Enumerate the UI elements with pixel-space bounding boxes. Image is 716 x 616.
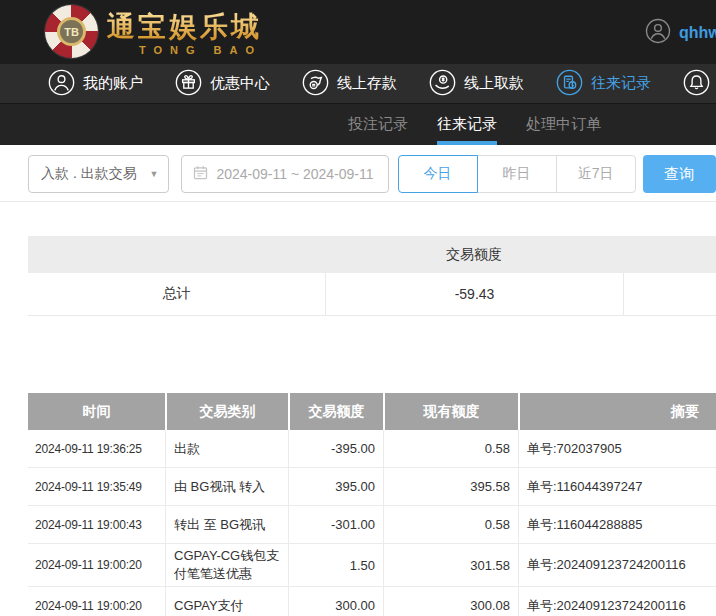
- transaction-type-select[interactable]: 入款 . 出款交易 ▼: [28, 155, 169, 193]
- transactions-page: TB 通宝娱乐城 TONG BAO qhhw: [0, 0, 716, 616]
- nav-item-my-account[interactable]: 我的账户: [48, 69, 143, 99]
- summary-header-row: 交易额度: [28, 236, 716, 273]
- col-header-type: 交易类别: [167, 393, 288, 430]
- cell-summary: 单号:116044288885: [518, 506, 716, 543]
- table-row: 2024-09-11 19:00:20 CGPAY-CG钱包支付笔笔送优惠 1.…: [28, 544, 716, 587]
- cell-balance: 0.58: [383, 430, 518, 467]
- today-button[interactable]: 今日: [398, 155, 478, 193]
- cell-summary: 单号:202409123724200116: [518, 544, 716, 586]
- cell-time: 2024-09-11 19:36:25: [28, 430, 165, 467]
- cell-type: 转出 至 BG视讯: [165, 506, 288, 543]
- nav-item-notifications[interactable]: [683, 69, 710, 99]
- table-row: 2024-09-11 19:36:25 出款 -395.00 0.58 单号:7…: [28, 430, 716, 468]
- cell-time: 2024-09-11 19:00:43: [28, 506, 165, 543]
- nav-item-online-deposit[interactable]: 线上存款: [302, 69, 397, 99]
- cell-time: 2024-09-11 19:00:20: [28, 587, 165, 616]
- nav-label: 线上取款: [464, 74, 524, 93]
- summary-total-value: -59.43: [325, 273, 623, 315]
- search-button[interactable]: 查询: [643, 155, 716, 193]
- user-icon: [48, 69, 75, 99]
- nav-item-transaction-records[interactable]: 往来记录: [556, 69, 651, 99]
- tab-transaction-records[interactable]: 往来记录: [437, 104, 497, 145]
- cell-balance: 395.58: [383, 468, 518, 505]
- nav-label: 优惠中心: [210, 74, 270, 93]
- brand-title: 通宝娱乐城: [107, 8, 262, 46]
- cell-amount: -301.00: [288, 506, 383, 543]
- casino-chip-icon: TB: [45, 5, 98, 58]
- summary-total-label: 总计: [28, 285, 325, 303]
- records-tabbar: 投注记录 往来记录 处理中订单: [0, 103, 716, 145]
- cell-amount: 1.50: [288, 544, 383, 586]
- table-row: 2024-09-11 19:00:20 CGPAY支付 300.00 300.0…: [28, 587, 716, 616]
- date-range-input[interactable]: 2024-09-11 ~ 2024-09-11: [181, 155, 388, 193]
- cell-summary: 单号:116044397247: [518, 468, 716, 505]
- cell-time: 2024-09-11 19:00:20: [28, 544, 165, 586]
- transactions-table: 时间 交易类别 交易额度 现有额度 摘要 2024-09-11 19:36:25…: [28, 393, 716, 616]
- main-nav: 我的账户 优惠中心 线上存款: [0, 64, 716, 103]
- username: qhhw: [679, 24, 716, 42]
- user-account[interactable]: qhhw: [645, 18, 716, 48]
- cell-type: 由 BG视讯 转入: [165, 468, 288, 505]
- cell-type: 出款: [165, 430, 288, 467]
- col-header-balance: 现有额度: [385, 393, 518, 430]
- avatar-icon: [645, 18, 671, 48]
- cell-balance: 0.58: [383, 506, 518, 543]
- nav-label: 线上存款: [337, 74, 397, 93]
- summary-total-row: 总计 -59.43: [28, 273, 716, 316]
- gift-icon: [175, 69, 202, 99]
- last7days-button[interactable]: 近7日: [556, 155, 636, 193]
- summary-header-amount: 交易额度: [325, 246, 623, 264]
- top-header: TB 通宝娱乐城 TONG BAO qhhw: [0, 0, 716, 64]
- cell-time: 2024-09-11 19:35:49: [28, 468, 165, 505]
- cell-amount: 395.00: [288, 468, 383, 505]
- calendar-icon: [192, 164, 209, 184]
- nav-label: 我的账户: [83, 74, 143, 93]
- chip-monogram: TB: [57, 17, 86, 46]
- date-range-value: 2024-09-11 ~ 2024-09-11: [216, 166, 373, 182]
- chevron-down-icon: ▼: [150, 169, 159, 179]
- deposit-icon: [302, 69, 329, 99]
- nav-item-online-withdraw[interactable]: 线上取款: [429, 69, 524, 99]
- brand-text: 通宝娱乐城 TONG BAO: [107, 8, 262, 56]
- table-row: 2024-09-11 19:00:43 转出 至 BG视讯 -301.00 0.…: [28, 506, 716, 544]
- withdraw-icon: [429, 69, 456, 99]
- summary-empty-cell: [623, 273, 716, 315]
- cell-balance: 301.58: [383, 544, 518, 586]
- cell-type: CGPAY-CG钱包支付笔笔送优惠: [165, 544, 288, 586]
- brand-logo[interactable]: TB 通宝娱乐城 TONG BAO: [45, 5, 262, 58]
- table-row: 2024-09-11 19:35:49 由 BG视讯 转入 395.00 395…: [28, 468, 716, 506]
- cell-balance: 300.08: [383, 587, 518, 616]
- cell-summary: 单号:202409123724200116: [518, 587, 716, 616]
- nav-label: 往来记录: [591, 74, 651, 93]
- quick-date-buttons: 今日 昨日 近7日: [398, 155, 636, 201]
- filter-bar: 入款 . 出款交易 ▼ 2024-09-11 ~ 2024-09-11 今日 昨…: [0, 145, 716, 202]
- cell-type: CGPAY支付: [165, 587, 288, 616]
- nav-item-promotions[interactable]: 优惠中心: [175, 69, 270, 99]
- col-header-time: 时间: [28, 393, 165, 430]
- cell-amount: 300.00: [288, 587, 383, 616]
- col-header-amount: 交易额度: [290, 393, 383, 430]
- selected-type: 入款 . 出款交易: [41, 165, 137, 183]
- col-header-summary: 摘要: [520, 393, 716, 430]
- cell-summary: 单号:702037905: [518, 430, 716, 467]
- tab-betting-records[interactable]: 投注记录: [348, 104, 408, 145]
- records-icon: [556, 69, 583, 99]
- summary-table: 交易额度 总计 -59.43: [28, 236, 716, 316]
- bell-icon: [683, 69, 710, 99]
- tab-pending-orders[interactable]: 处理中订单: [526, 104, 601, 145]
- table-header-row: 时间 交易类别 交易额度 现有额度 摘要: [28, 393, 716, 430]
- yesterday-button[interactable]: 昨日: [477, 155, 557, 193]
- cell-amount: -395.00: [288, 430, 383, 467]
